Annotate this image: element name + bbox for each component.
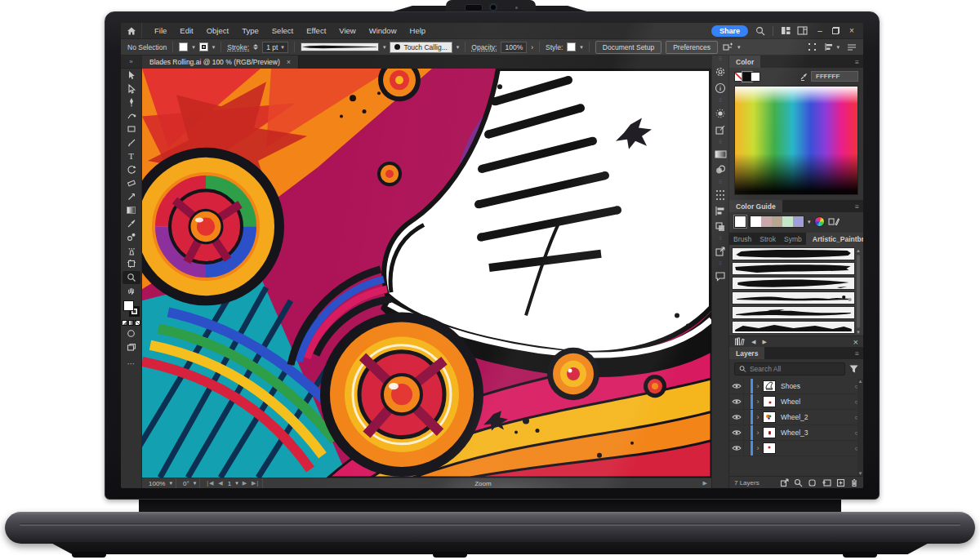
eyedropper-tool[interactable] [122,217,140,231]
color-spectrum[interactable] [734,86,858,195]
brushes-scrollbar[interactable]: ▲ ▼ [855,247,862,336]
pathfinder-icon[interactable] [715,221,726,232]
brush-definition[interactable]: Touch Callig... [390,42,452,53]
touch-workspace-icon[interactable] [808,42,817,51]
layers-search-input[interactable] [750,365,840,373]
collect-for-export-icon[interactable] [780,478,789,487]
brush-preset-3[interactable] [732,277,855,290]
brush-preset-5[interactable] [732,306,855,319]
stroke-caret-icon[interactable]: ▾ [212,44,216,51]
tab-symbols[interactable]: Symb [780,233,806,245]
status-bar-more-icon[interactable]: ▶ [703,480,708,487]
hex-value-field[interactable]: FFFFFF [811,71,858,82]
gradient-mode-icon[interactable] [128,320,134,326]
pen-tool[interactable] [122,96,140,109]
style-caret-icon[interactable]: ▾ [580,44,583,51]
layer-thumbnail[interactable] [763,380,776,392]
delete-brush-icon[interactable]: × [853,337,858,347]
tab-color-guide[interactable]: Color Guide [729,200,782,212]
style-swatch[interactable] [567,42,576,51]
layer-row-partial[interactable]: › ○ [729,441,863,456]
menu-item-effect[interactable]: Effect [301,24,332,38]
direct-selection-tool[interactable] [122,82,140,96]
layers-scrollbar[interactable]: ▲▼ [858,379,863,476]
properties-gear-icon[interactable] [715,66,726,78]
opacity-label[interactable]: Opacity: [471,43,497,51]
menu-item-object[interactable]: Object [201,24,234,38]
tab-stroke[interactable]: Strok [755,233,780,245]
width-profile-caret-icon[interactable]: ▾ [383,44,386,51]
locate-object-icon[interactable] [794,478,803,487]
layer-thumbnail[interactable] [763,396,776,407]
restore-button[interactable] [832,27,840,34]
layer-thumbnail[interactable] [763,411,776,423]
artboard-tool[interactable] [122,257,140,271]
isolate-caret-icon[interactable]: ▾ [737,44,741,51]
document-tab[interactable]: Blades Rolling.ai @ 100 % (RGB/Preview) … [142,56,299,69]
close-button[interactable]: × [847,26,857,35]
menu-item-file[interactable]: File [149,24,172,38]
align-icon[interactable] [824,42,834,51]
menu-item-help[interactable]: Help [404,24,432,38]
rotation-control[interactable]: 0°▾ [180,478,200,488]
filter-funnel-icon[interactable] [849,365,858,373]
selection-tool[interactable] [122,69,140,82]
brush-libraries-icon[interactable] [734,337,745,346]
comments-icon[interactable] [715,271,726,282]
tab-brushes[interactable]: Brush [729,233,755,245]
stroke-color-swatch[interactable] [199,42,208,51]
brush-caret-icon[interactable]: ▾ [457,44,460,51]
artboard-canvas[interactable] [142,69,711,478]
transparency-icon[interactable] [715,164,726,176]
edit-toolbar-button[interactable]: ⋯ [127,359,136,368]
blend-tool[interactable] [122,230,140,244]
tab-layers[interactable]: Layers [729,347,764,359]
expand-layer-icon[interactable]: › [753,444,763,452]
clipping-mask-icon[interactable] [808,478,817,487]
white-swatch[interactable] [751,72,760,82]
visibility-eye-icon[interactable] [729,394,744,409]
toolbar-collapse-icon[interactable]: » [129,58,132,65]
layer-row-wheel-2[interactable]: › Wheel_2 ○ [729,410,863,425]
menu-item-window[interactable]: Window [363,24,403,38]
layer-row-wheel[interactable]: › Wheel ○ [729,394,863,410]
gradient-panel-icon[interactable] [715,149,727,159]
visibility-eye-icon[interactable] [729,425,744,440]
symbol-sprayer-tool[interactable] [122,244,140,258]
preferences-button[interactable]: Preferences [666,41,718,54]
new-layer-icon[interactable] [836,478,845,487]
harmony-swatches[interactable] [750,216,804,228]
tab-artistic-paintbrush[interactable]: Artistic_Paintbrush [806,233,863,245]
search-icon[interactable] [755,26,765,36]
fill-caret-icon[interactable]: ▾ [192,44,195,51]
paintbrush-tool[interactable] [122,136,140,150]
appearance-icon[interactable] [715,108,726,119]
scroll-down-icon[interactable]: ▼ [856,330,861,335]
expand-layer-icon[interactable]: › [753,382,763,390]
screen-mode-button[interactable] [122,340,140,354]
expand-layer-icon[interactable]: › [753,398,763,406]
curvature-tool[interactable] [122,109,140,123]
prev-brush-icon[interactable]: ◀ [751,339,755,345]
fill-color-box[interactable] [123,300,134,311]
layer-row-wheel-3[interactable]: › Wheel_3 ○ [729,425,863,441]
rectangle-tool[interactable] [122,122,140,136]
home-button[interactable] [121,23,142,38]
hex-eyedropper-icon[interactable] [800,73,808,81]
zoom-level-control[interactable]: 100%▾ [145,478,176,488]
align-caret-icon[interactable]: ▾ [836,44,840,51]
stroke-weight-value[interactable]: 1 pt▾ [262,42,288,53]
next-brush-icon[interactable]: ▶ [762,339,766,345]
last-artboard-button[interactable]: ▶| [252,480,259,487]
document-setup-button[interactable]: Document Setup [595,41,662,54]
layers-menu-icon[interactable]: ≡ [851,347,863,359]
minimize-button[interactable]: – [815,26,825,35]
pattern-options-icon[interactable] [715,189,726,201]
scale-tool[interactable] [122,190,140,204]
info-icon[interactable] [715,82,726,94]
brush-preset-1[interactable] [732,247,855,260]
color-wheel-icon[interactable] [814,216,825,227]
stroke-label[interactable]: Stroke: [227,43,249,51]
menu-item-edit[interactable]: Edit [174,24,198,38]
type-tool[interactable]: T [122,149,140,163]
